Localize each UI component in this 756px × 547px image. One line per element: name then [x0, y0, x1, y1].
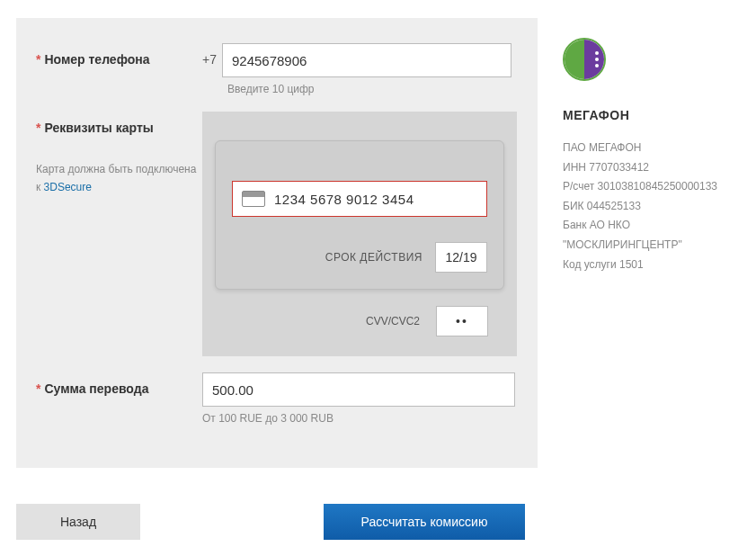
secure-link[interactable]: 3DSecure [44, 181, 92, 193]
card-note: Карта должна быть подключена к 3DSecure [36, 160, 202, 197]
calculate-button[interactable]: Рассчитать комиссию [324, 504, 525, 540]
form-panel: *Номер телефона +7 Введите 10 цифр *Рекв… [16, 18, 538, 468]
phone-prefix: +7 [202, 43, 217, 67]
company-line: Код услуги 1501 [563, 256, 749, 275]
phone-input[interactable] [222, 43, 511, 77]
expiry-label: СРОК ДЕЙСТВИЯ [325, 251, 422, 264]
card-number-wrap [232, 181, 487, 217]
cvv-label: CVV/CVC2 [366, 315, 420, 327]
card-label: *Реквизиты карты Карта должна быть подкл… [36, 112, 202, 197]
company-line: Р/счет 30103810845250000133 [563, 177, 749, 197]
company-line: ПАО МЕГАФОН [563, 139, 749, 158]
card-icon [242, 191, 265, 207]
amount-helper: От 100 RUE до 3 000 RUB [202, 412, 518, 425]
amount-input[interactable] [202, 372, 515, 407]
phone-label: *Номер телефона [36, 43, 202, 67]
company-info: ПАО МЕГАФОН ИНН 7707033412 Р/счет 301038… [563, 139, 749, 274]
company-line: ИНН 7707033412 [563, 158, 749, 178]
phone-helper: Введите 10 цифр [227, 83, 518, 95]
amount-label: *Сумма перевода [36, 372, 202, 396]
side-panel: МЕГАФОН ПАО МЕГАФОН ИНН 7707033412 Р/сче… [538, 18, 749, 468]
back-button[interactable]: Назад [16, 504, 140, 540]
expiry-input[interactable] [435, 242, 487, 273]
company-line: БИК 044525133 [563, 197, 749, 217]
megafon-logo-icon [563, 38, 606, 81]
card-number-input[interactable] [274, 192, 477, 207]
company-name: МЕГАФОН [563, 108, 749, 122]
card-visual: СРОК ДЕЙСТВИЯ [215, 140, 504, 290]
company-line: Банк АО НКО "МОСКЛИРИНГЦЕНТР" [563, 216, 749, 255]
cvv-input[interactable] [436, 306, 488, 336]
card-block: СРОК ДЕЙСТВИЯ CVV/CVC2 [202, 112, 517, 356]
